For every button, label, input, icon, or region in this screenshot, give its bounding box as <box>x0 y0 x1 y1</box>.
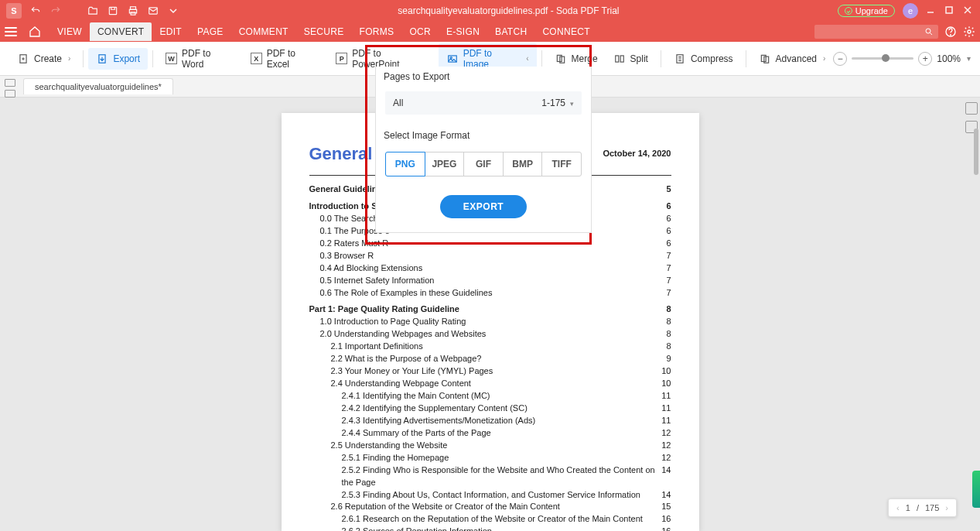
minimize-icon[interactable] <box>926 5 937 16</box>
help-icon[interactable] <box>944 26 957 38</box>
svg-rect-6 <box>946 7 952 13</box>
toc-row: 2.6.1 Research on the Reputation of the … <box>309 513 671 526</box>
svg-rect-18 <box>620 55 623 61</box>
advanced-button[interactable]: Advanced› <box>751 48 834 70</box>
format-tiff-button[interactable]: TIFF <box>541 152 582 176</box>
menu-convert[interactable]: CONVERT <box>90 22 152 41</box>
settings-icon[interactable] <box>963 26 975 38</box>
create-button[interactable]: Create› <box>9 48 78 70</box>
save-icon[interactable] <box>107 5 119 17</box>
menu-edit[interactable]: EDIT <box>152 22 190 41</box>
zoom-control: − + 100% ▾ <box>833 52 971 66</box>
select-image-format-label: Select Image Format <box>376 125 477 146</box>
toc-row: 0.4 Ad Blocking Extensions7 <box>309 262 671 275</box>
more-icon[interactable] <box>167 5 179 17</box>
pdf-to-image-panel: Pages to Export All 1-175▾ Select Image … <box>375 67 592 233</box>
current-page[interactable]: 1 <box>906 503 910 512</box>
toc-row: 0.3 Browser R7 <box>309 250 671 262</box>
home-icon[interactable] <box>26 26 43 38</box>
toc-row: 2.4.1 Identifying the Main Content (MC)1… <box>309 390 671 403</box>
window-title: searchqualityevaluatorguidelines.pdf - S… <box>179 5 838 16</box>
toc-row: 0.6 The Role of Examples in these Guidel… <box>309 287 671 300</box>
toc-row: 2.6 Reputation of the Website or Creator… <box>309 501 671 513</box>
pages-to-export-label: Pages to Export <box>376 67 457 87</box>
menu-ocr[interactable]: OCR <box>401 22 439 41</box>
svg-point-9 <box>951 35 951 36</box>
svg-point-10 <box>968 30 971 33</box>
menu-connect[interactable]: CONNECT <box>534 22 597 41</box>
hamburger-icon[interactable] <box>5 24 23 39</box>
zoom-in-button[interactable]: + <box>918 52 932 66</box>
feedback-tab[interactable] <box>972 471 980 508</box>
titlebar: S searchqualityevaluatorguidelines.pdf -… <box>0 0 980 22</box>
format-bmp-button[interactable]: BMP <box>503 152 543 176</box>
compress-button[interactable]: Compress <box>666 48 741 70</box>
svg-rect-17 <box>615 55 618 61</box>
upgrade-button[interactable]: Upgrade <box>838 5 895 17</box>
panel-toggle-2-icon[interactable] <box>5 90 15 98</box>
zoom-dropdown-icon[interactable]: ▾ <box>967 54 971 63</box>
prev-page-button[interactable]: ‹ <box>896 503 900 512</box>
undo-icon[interactable] <box>29 5 42 17</box>
toc-row: 2.5.1 Finding the Homepage12 <box>309 452 671 464</box>
page-navigator: ‹ 1 / 175 › <box>888 498 957 517</box>
toc-row: 2.4 Understanding Webpage Content10 <box>309 378 671 390</box>
panel-toggle-1-icon[interactable] <box>5 79 15 87</box>
menu-secure[interactable]: SECURE <box>296 22 352 41</box>
scrollbar-thumb[interactable] <box>974 128 978 175</box>
zoom-out-button[interactable]: − <box>833 52 847 66</box>
open-icon[interactable] <box>87 5 99 17</box>
range-value: 1-175 <box>541 98 565 108</box>
maximize-icon[interactable] <box>944 5 955 16</box>
range-all-label: All <box>393 98 403 108</box>
close-icon[interactable] <box>963 5 974 16</box>
menu-esign[interactable]: E-SIGN <box>439 22 487 41</box>
toc-row: 2.5 Understanding the Website12 <box>309 440 671 452</box>
search-panel-icon[interactable] <box>965 102 978 115</box>
page-sep: / <box>917 503 919 512</box>
export-button-confirm[interactable]: EXPORT <box>440 195 527 218</box>
document-tab[interactable]: searchqualityevaluatorguidelines* <box>23 78 173 94</box>
zoom-slider[interactable] <box>852 57 913 60</box>
toc-row: Part 1: Page Quality Rating Guideline8 <box>309 303 671 316</box>
svg-point-7 <box>926 29 930 33</box>
menu-page[interactable]: PAGE <box>190 22 231 41</box>
export-button[interactable]: Export <box>88 48 148 70</box>
toc-row: 2.4.4 Summary of the Parts of the Page12 <box>309 427 671 440</box>
format-gif-button[interactable]: GIF <box>463 152 504 176</box>
total-pages: 175 <box>925 503 939 512</box>
avatar[interactable]: e <box>903 3 918 19</box>
toc-row: 2.3 Your Money or Your Life (YMYL) Pages… <box>309 365 671 378</box>
toc-row: 2.6.2 Sources of Reputation Information1… <box>309 526 671 531</box>
pdf-to-excel-button[interactable]: XPDF to Excel <box>243 43 329 74</box>
redo-icon[interactable] <box>50 5 62 17</box>
zoom-value: 100% <box>937 53 961 64</box>
doc-date: October 14, 2020 <box>603 149 671 158</box>
format-selector: PNG JPEG GIF BMP TIFF <box>385 152 582 176</box>
menu-view[interactable]: VIEW <box>50 22 90 41</box>
toc-row: 0.2 Raters Must R6 <box>309 238 671 250</box>
format-jpeg-button[interactable]: JPEG <box>425 152 465 176</box>
pdf-to-word-button[interactable]: WPDF to Word <box>158 43 243 74</box>
format-png-button[interactable]: PNG <box>385 152 425 176</box>
toc-row: 2.4.3 Identifying Advertisements/Monetiz… <box>309 415 671 427</box>
toc-row: 2.5.3 Finding About Us, Contact Informat… <box>309 489 671 502</box>
menu-comment[interactable]: COMMENT <box>231 22 296 41</box>
search-input[interactable] <box>814 25 938 39</box>
svg-rect-0 <box>109 7 116 14</box>
toc-row: 2.4.2 Identifying the Supplementary Cont… <box>309 403 671 415</box>
print-icon[interactable] <box>127 5 139 17</box>
toc-row: 2.0 Understanding Webpages and Websites8 <box>309 328 671 341</box>
split-button[interactable]: Split <box>606 48 656 70</box>
toc-row: 0.5 Internet Safety Information7 <box>309 275 671 287</box>
page-range-selector[interactable]: All 1-175▾ <box>385 91 582 115</box>
chevron-down-icon: ▾ <box>570 100 574 108</box>
menu-batch[interactable]: BATCH <box>487 22 534 41</box>
next-page-button[interactable]: › <box>945 503 948 512</box>
mail-icon[interactable] <box>147 5 159 17</box>
toc-row: 2.1 Important Definitions8 <box>309 341 671 353</box>
toc-row: 2.5.2 Finding Who is Responsible for the… <box>309 464 671 489</box>
menubar: VIEW CONVERT EDIT PAGE COMMENT SECURE FO… <box>0 22 980 42</box>
toc-row: 2.2 What is the Purpose of a Webpage?9 <box>309 353 671 365</box>
menu-forms[interactable]: FORMS <box>352 22 402 41</box>
